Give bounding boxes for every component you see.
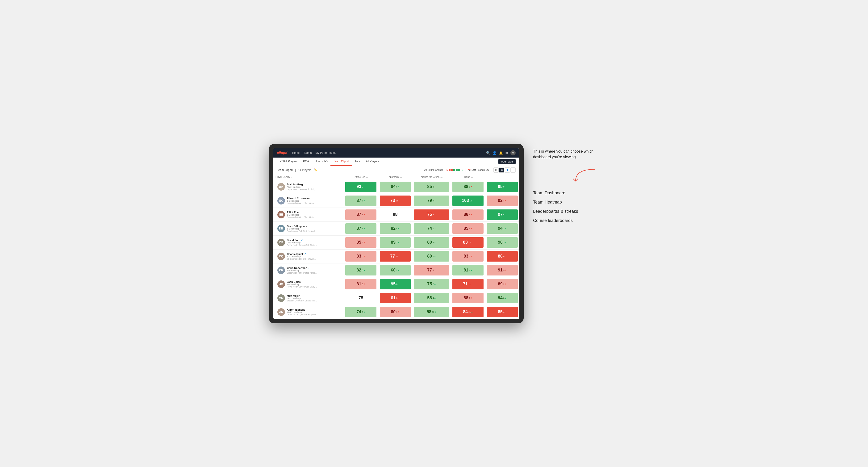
player-club: Drift Golf Club, United Kingdom <box>287 313 316 316</box>
arrow-down-icon: ▼ <box>505 255 507 257</box>
table-row[interactable]: CR Chris Robertson✓ 1-5 Handicap Craigmi… <box>273 263 519 277</box>
tab-tour[interactable]: Tour <box>352 158 363 166</box>
heatmap-table: Player Quality ▾ Off the Tee — Approach … <box>273 174 519 319</box>
avatar[interactable]: U <box>510 150 516 155</box>
player-info: Edward Crossman 1-5 Handicap Sunningdale… <box>287 197 317 205</box>
logo[interactable]: clippd <box>277 151 287 155</box>
player-cell: DB Dave Billingham 1-5 Handicap Gog Mago… <box>275 223 342 234</box>
table-row[interactable]: EE Elliot Ebert 1-5 Handicap Sunningdale… <box>273 208 519 221</box>
score-value: 82 <box>391 226 396 231</box>
score-cell-inner: 83 10▼ <box>453 237 483 248</box>
score-value: 83 <box>356 254 361 259</box>
last-rounds-button[interactable]: 📅 Last Rounds: 20 <box>466 168 491 172</box>
view-btn-grid[interactable]: ⊞ <box>493 167 499 173</box>
arrow-up-icon: ▲ <box>398 227 400 229</box>
score-cell-off_tee: 77 14▼ <box>378 249 412 263</box>
score-value: 77 <box>427 268 432 273</box>
table-row[interactable]: JC Josh Coles 1-5 Handicap Royal North D… <box>273 277 519 291</box>
score-change: 3▲ <box>433 241 436 244</box>
player-info: Blair McHarg Plus Handicap Royal North D… <box>287 183 317 191</box>
score-value: 77 <box>390 254 395 259</box>
player-avatar: MM <box>277 294 285 302</box>
score-cell-approach: 77 3▼ <box>412 263 451 277</box>
player-name: Blair McHarg <box>287 183 317 186</box>
score-cell-inner: 58 10▲ <box>414 307 449 317</box>
table-row[interactable]: DB Dave Billingham 1-5 Handicap Gog Mago… <box>273 221 519 236</box>
arrow-up-icon: ▲ <box>505 241 507 243</box>
table-row[interactable]: CQ Charlie Quick✓ 6-10 Handicap St. Geor… <box>273 249 519 263</box>
header-putting[interactable]: Putting — <box>451 174 485 180</box>
score-cell-approach: 79 9▲ <box>412 194 451 208</box>
score-cell-inner: 89 7▲ <box>380 237 411 248</box>
tab-pga[interactable]: PGA <box>300 158 312 166</box>
score-cell-around_green: 84 21▲ <box>451 305 485 319</box>
header-around-green[interactable]: Around the Green — <box>412 174 451 180</box>
score-change: 8▲ <box>433 186 436 188</box>
score-cell-putting: 85 4▼ <box>485 305 519 319</box>
nav-teams[interactable]: Teams <box>303 151 312 154</box>
nav-home[interactable]: Home <box>292 151 300 154</box>
dashboard-link-team[interactable]: Team Dashboard <box>533 191 599 195</box>
tab-hcaps[interactable]: Hcaps 1-5 <box>312 158 331 166</box>
score-change: 6▼ <box>469 255 472 257</box>
score-cell-off_tee: 88 <box>378 208 412 221</box>
tab-team-clippd[interactable]: Team Clippd <box>331 158 352 166</box>
bell-icon[interactable]: 🔔 <box>499 151 503 155</box>
edit-team-icon[interactable]: ✏️ <box>314 168 317 172</box>
table-row[interactable]: MM Matt Miller 6-10 Handicap Woburn Golf… <box>273 291 519 305</box>
header-off-tee[interactable]: Off the Tee — <box>344 174 378 180</box>
player-name: Josh Coles <box>287 280 317 283</box>
arrow-down-icon: ▼ <box>398 255 400 257</box>
score-value: 75 <box>427 282 432 286</box>
dashboard-link-leaderboards[interactable]: Leaderboards & streaks <box>533 209 599 214</box>
score-value: 74 <box>356 309 361 314</box>
add-team-button[interactable]: Add Team <box>498 159 516 164</box>
change-negative: -5 <box>446 168 448 171</box>
arrow-down-icon: ▼ <box>364 214 365 216</box>
arrow-down-icon: ▼ <box>470 227 472 229</box>
view-btn-person[interactable]: 👤 <box>505 167 510 173</box>
arrow-down-icon: ▼ <box>471 241 473 243</box>
score-change: 3▼ <box>433 214 436 216</box>
tab-all-players[interactable]: All Players <box>363 158 382 166</box>
score-change: 4▲ <box>469 269 472 272</box>
arrow-down-icon: ▼ <box>470 297 472 299</box>
header-player-quality[interactable]: Player Quality ▾ <box>273 174 344 180</box>
page-wrapper: clippd Home Teams My Performance 🔍 👤 🔔 ⊕… <box>269 144 599 323</box>
change-positive: +5 <box>461 168 463 171</box>
score-change: 3▲ <box>503 241 507 244</box>
score-cell-inner: 74 1▲ <box>414 223 449 234</box>
score-change: 3▼ <box>503 199 507 202</box>
user-icon[interactable]: 👤 <box>493 151 497 155</box>
score-cell-player_quality: 75 <box>344 291 378 305</box>
arrow-up-icon: ▲ <box>434 255 436 257</box>
view-btn-heatmap[interactable]: ▦ <box>499 167 504 173</box>
dashboard-link-course[interactable]: Course leaderboards <box>533 218 599 223</box>
score-cell-around_green: 103 15▲ <box>451 194 485 208</box>
view-btn-download[interactable]: ↓ <box>510 167 516 173</box>
settings-icon[interactable]: ⊕ <box>505 151 508 155</box>
player-info: Charlie Quick✓ 6-10 Handicap St. George'… <box>287 253 317 260</box>
score-change: 3▼ <box>503 269 507 272</box>
tab-pgat-players[interactable]: PGAT Players <box>277 158 300 166</box>
header-approach[interactable]: Approach — <box>378 174 412 180</box>
score-change: 4▲ <box>433 297 436 299</box>
bar-seg-green-3 <box>458 169 460 171</box>
table-row[interactable]: BM Blair McHarg Plus Handicap Royal Nort… <box>273 180 519 194</box>
table-row[interactable]: EC Edward Crossman 1-5 Handicap Sunningd… <box>273 194 519 208</box>
player-avatar: CR <box>277 267 285 274</box>
score-cell-approach: 75 3▼ <box>412 208 451 221</box>
score-cell-inner: 103 15▲ <box>453 195 483 206</box>
score-change: 4▲ <box>362 227 365 230</box>
search-icon[interactable]: 🔍 <box>486 151 490 155</box>
nav-my-performance[interactable]: My Performance <box>316 151 336 154</box>
table-row[interactable]: AN Aaron Nicholls 11-15 Handicap Drift G… <box>273 305 519 319</box>
dashboard-link-heatmap[interactable]: Team Heatmap <box>533 200 599 205</box>
score-value: 88 <box>393 212 398 217</box>
arrow-up-icon: ▲ <box>472 199 474 201</box>
player-cell: DF David Ford✓ Plus Handicap Royal North… <box>275 237 342 248</box>
table-row[interactable]: DF David Ford✓ Plus Handicap Royal North… <box>273 236 519 249</box>
player-handicap: 1-5 Handicap <box>287 269 317 272</box>
arrow-up-icon: ▲ <box>435 311 437 313</box>
score-cell-inner: 88 2▼ <box>453 293 483 303</box>
